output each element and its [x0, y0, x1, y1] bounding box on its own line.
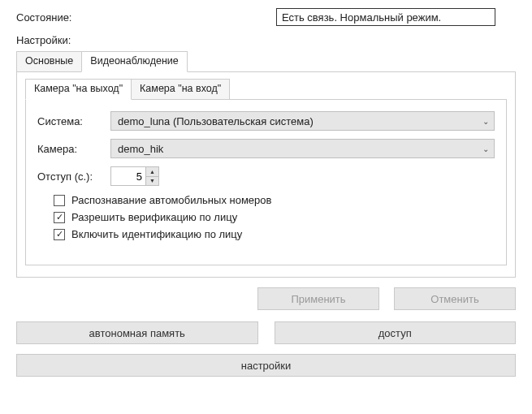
offset-down-button[interactable]: ▼	[146, 177, 158, 186]
status-value: Есть связь. Нормальный режим.	[276, 8, 495, 26]
checkbox-label: Включить идентификацию по лицу	[71, 228, 242, 240]
system-dropdown[interactable]: demo_luna (Пользовательская система) ⌄	[110, 111, 495, 131]
chevron-down-icon: ⌄	[482, 144, 489, 153]
camera-label: Камера:	[37, 143, 110, 155]
cancel-button[interactable]: Отменить	[394, 287, 516, 310]
camera-out-pane: Система: demo_luna (Пользовательская сис…	[25, 99, 507, 265]
tabs-top: Основные Видеонаблюдение	[16, 51, 516, 71]
checkbox-icon	[54, 195, 65, 206]
subtabs: Камера "на выход" Камера "на вход"	[25, 79, 507, 100]
checkbox-plate-recognition[interactable]: Распознавание автомобильных номеров	[54, 194, 495, 206]
offset-spinner[interactable]: ▲ ▼	[110, 166, 159, 186]
checkbox-icon: ✓	[54, 229, 65, 240]
system-value: demo_luna (Пользовательская система)	[118, 115, 314, 127]
camera-value: demo_hik	[118, 143, 163, 155]
tab-video-pane: Камера "на выход" Камера "на вход" Систе…	[16, 71, 516, 278]
checkbox-label: Распознавание автомобильных номеров	[71, 194, 271, 206]
offset-input[interactable]	[111, 167, 145, 185]
status-label: Состояние:	[16, 11, 276, 24]
checkbox-label: Разрешить верификацию по лицу	[71, 211, 237, 223]
chevron-down-icon: ⌄	[482, 117, 489, 126]
offset-label: Отступ (с.):	[37, 170, 110, 183]
checkbox-face-verification[interactable]: ✓ Разрешить верификацию по лицу	[54, 211, 495, 223]
autonomous-memory-button[interactable]: автономная память	[16, 321, 258, 344]
checkbox-icon: ✓	[54, 212, 65, 223]
settings-button[interactable]: настройки	[16, 354, 516, 377]
tab-video[interactable]: Видеонаблюдение	[81, 51, 187, 72]
tab-main[interactable]: Основные	[16, 51, 82, 72]
checkbox-face-identification[interactable]: ✓ Включить идентификацию по лицу	[54, 228, 495, 240]
apply-button[interactable]: Применить	[257, 287, 379, 310]
camera-dropdown[interactable]: demo_hik ⌄	[110, 139, 495, 158]
settings-label: Настройки:	[16, 34, 516, 46]
access-button[interactable]: доступ	[275, 321, 517, 344]
subtab-camera-in[interactable]: Камера "на вход"	[131, 79, 230, 100]
system-label: Система:	[37, 115, 110, 127]
offset-up-button[interactable]: ▲	[146, 167, 158, 177]
subtab-camera-out[interactable]: Камера "на выход"	[25, 79, 132, 100]
